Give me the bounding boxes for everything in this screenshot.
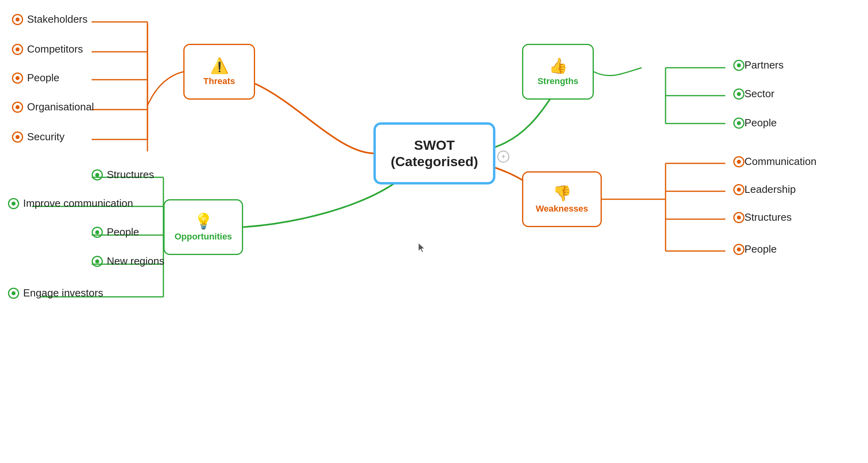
leaf-label-strengths-people: People <box>744 117 777 129</box>
leaf-threats-stakeholders[interactable]: Stakeholders <box>12 13 88 26</box>
cursor <box>418 243 426 253</box>
leaf-threats-organisational[interactable]: Organisational <box>12 101 94 113</box>
threats-node[interactable]: ⚠️ Threats <box>183 44 255 100</box>
weaknesses-label: Weaknesses <box>536 204 588 214</box>
strengths-icon: 👍 <box>549 57 568 75</box>
mind-map-canvas: SWOT(Categorised) ⚠️ Threats 👍 Strengths… <box>0 0 868 463</box>
leaf-dot-security <box>12 131 23 143</box>
threats-icon: ⚠️ <box>210 57 229 75</box>
leaf-dot-threats-people <box>12 73 23 84</box>
leaf-label-stakeholders: Stakeholders <box>27 13 88 26</box>
weaknesses-node[interactable]: 👎 Weaknesses <box>522 171 602 227</box>
leaf-label-security: Security <box>27 131 65 143</box>
leaf-threats-competitors[interactable]: Competitors <box>12 43 83 55</box>
weaknesses-icon: 👎 <box>553 184 571 202</box>
leaf-opp-improve-comm[interactable]: Improve communication <box>8 197 133 210</box>
opportunities-node[interactable]: 💡 Opportunities <box>163 199 243 255</box>
leaf-weak-structures[interactable]: Structures <box>729 211 792 224</box>
strengths-node[interactable]: 👍 Strengths <box>522 44 594 100</box>
leaf-dot-sector <box>733 88 744 100</box>
leaf-dot-strengths-people <box>733 118 744 129</box>
strengths-label: Strengths <box>538 76 579 86</box>
leaf-opp-engage-investors[interactable]: Engage investors <box>8 287 103 299</box>
leaf-label-opp-structures: Structures <box>107 169 154 181</box>
leaf-label-organisational: Organisational <box>27 101 94 113</box>
opportunities-icon: 💡 <box>194 212 213 230</box>
leaf-label-threats-people: People <box>27 72 59 84</box>
leaf-label-weak-people: People <box>744 243 777 255</box>
leaf-dot-organisational <box>12 102 23 113</box>
leaf-dot-leadership <box>733 184 744 195</box>
leaf-label-competitors: Competitors <box>27 43 83 55</box>
leaf-opp-people[interactable]: People <box>92 226 139 238</box>
leaf-opp-structures[interactable]: Structures <box>92 169 154 181</box>
leaf-weak-communication[interactable]: Communication <box>729 155 817 168</box>
leaf-strengths-sector[interactable]: Sector <box>729 88 774 100</box>
leaf-dot-weak-structures <box>733 212 744 223</box>
leaf-dot-new-regions <box>92 256 103 267</box>
leaf-label-weak-structures: Structures <box>744 211 792 224</box>
leaf-label-communication: Communication <box>744 155 817 168</box>
leaf-label-sector: Sector <box>744 88 774 100</box>
leaf-dot-engage-investors <box>8 288 19 299</box>
leaf-strengths-people[interactable]: People <box>729 117 777 129</box>
leaf-dot-communication <box>733 156 744 167</box>
center-label: SWOT(Categorised) <box>391 137 478 170</box>
leaf-label-leadership: Leadership <box>744 183 796 196</box>
leaf-label-new-regions: New regions <box>107 255 165 267</box>
leaf-label-engage-investors: Engage investors <box>23 287 103 299</box>
leaf-dot-weak-people <box>733 244 744 255</box>
leaf-weak-leadership[interactable]: Leadership <box>729 183 796 196</box>
add-node-button[interactable]: + <box>497 151 509 163</box>
leaf-dot-stakeholders <box>12 14 23 25</box>
leaf-dot-competitors <box>12 44 23 55</box>
leaf-label-opp-people: People <box>107 226 139 238</box>
leaf-opp-new-regions[interactable]: New regions <box>92 255 165 267</box>
center-node[interactable]: SWOT(Categorised) <box>375 124 494 183</box>
leaf-weak-people[interactable]: People <box>729 243 777 255</box>
leaf-strengths-partners[interactable]: Partners <box>729 59 784 71</box>
leaf-threats-security[interactable]: Security <box>12 131 65 143</box>
leaf-dot-partners <box>733 60 744 71</box>
leaf-threats-people[interactable]: People <box>12 72 59 84</box>
leaf-dot-improve-comm <box>8 198 19 209</box>
threats-label: Threats <box>203 76 235 86</box>
leaf-label-improve-comm: Improve communication <box>23 197 133 210</box>
leaf-dot-opp-structures <box>92 169 103 180</box>
leaf-dot-opp-people <box>92 227 103 238</box>
opportunities-label: Opportunities <box>175 232 232 242</box>
leaf-label-partners: Partners <box>744 59 784 71</box>
